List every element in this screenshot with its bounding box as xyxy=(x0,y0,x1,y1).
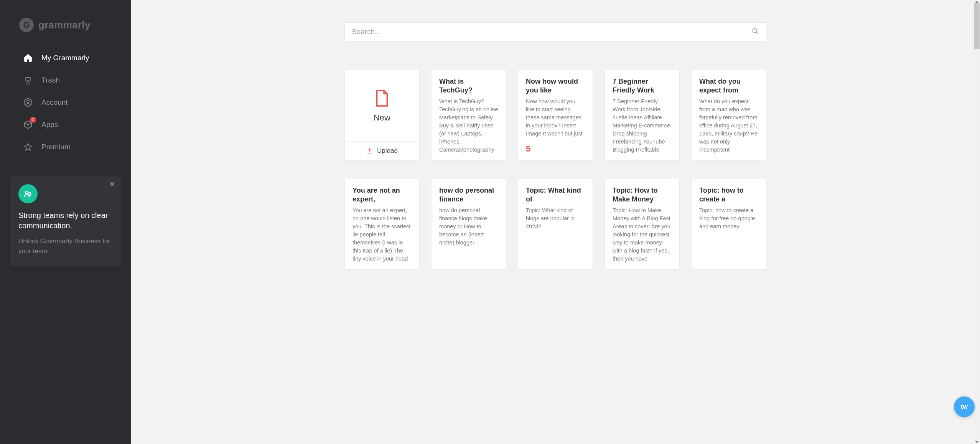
document-card[interactable]: Topic: What kind ofTopic: What kind of b… xyxy=(518,179,593,269)
sidebar-item-trash[interactable]: Trash xyxy=(0,70,131,91)
promo-card: ✕ Strong teams rely on clear communicati… xyxy=(10,176,121,266)
document-card[interactable]: Topic: How to Make MoneyTopic: How to Ma… xyxy=(604,179,680,269)
document-title: 7 Beginner Friedly Work xyxy=(613,77,672,94)
search-bar[interactable] xyxy=(344,22,766,41)
search-input[interactable] xyxy=(352,28,751,36)
document-footer: 5 xyxy=(526,144,585,154)
document-card[interactable]: Now how would you likeNow how would you … xyxy=(518,70,593,160)
main-area: New Upload What is TechGuy?What is TechG… xyxy=(131,0,980,444)
team-icon xyxy=(18,184,38,203)
sidebar-item-apps[interactable]: Apps 1 xyxy=(0,114,131,135)
star-icon xyxy=(23,142,33,152)
brand-logo[interactable]: G grammarly xyxy=(0,18,131,45)
brand-mark: G xyxy=(19,18,34,32)
sidebar-item-label: Apps xyxy=(41,120,58,129)
document-score: 5 xyxy=(526,144,530,154)
promo-subtitle: Unlock Grammarly Business for your team. xyxy=(18,236,112,256)
document-card[interactable]: Topic: how to create aTopic: how to crea… xyxy=(691,179,766,269)
document-card[interactable]: 7 Beginner Friedly Work7 Beginner Friedl… xyxy=(604,70,680,160)
document-title: Topic: how to create a xyxy=(699,186,758,203)
document-preview: how do personal finance blogs make money… xyxy=(439,206,498,263)
document-preview: Topic: how to create a blog for free on … xyxy=(699,206,758,263)
svg-point-3 xyxy=(29,192,31,195)
document-card[interactable]: how do personal financehow do personal f… xyxy=(431,179,506,269)
sidebar: G grammarly My Grammarly Trash xyxy=(0,0,131,444)
document-card[interactable]: What do you expect fromWhat do you expec… xyxy=(691,70,766,160)
document-card[interactable]: You are not an expert,You are not an exp… xyxy=(344,179,420,269)
trash-icon xyxy=(23,75,33,85)
scroll-down-icon[interactable] xyxy=(975,441,979,443)
document-title: how do personal finance xyxy=(439,186,498,203)
document-preview: Now how would you like to start seeing t… xyxy=(526,97,585,140)
document-title: Topic: What kind of xyxy=(526,186,585,203)
document-title: Topic: How to Make Money xyxy=(613,186,672,203)
document-title: You are not an expert, xyxy=(352,186,412,203)
sidebar-item-label: Premium xyxy=(41,143,71,151)
document-preview: What do you expect from a man who was fo… xyxy=(699,97,758,154)
document-preview: What is TechGuy? TechGuy.ng is an online… xyxy=(439,97,498,154)
file-icon xyxy=(374,89,390,107)
upload-button[interactable]: Upload xyxy=(345,141,419,160)
scroll-thumb[interactable] xyxy=(974,3,980,49)
search-icon[interactable] xyxy=(751,27,759,36)
inner-scrollbar-right[interactable] xyxy=(974,0,980,444)
new-document-button[interactable]: New xyxy=(374,70,390,141)
sidebar-item-account[interactable]: Account xyxy=(0,92,131,113)
user-icon xyxy=(23,97,33,107)
main-inner: New Upload What is TechGuy?What is TechG… xyxy=(344,0,766,269)
documents-grid: New Upload What is TechGuy?What is TechG… xyxy=(344,70,766,269)
chat-widget-button[interactable]: tw xyxy=(954,396,975,417)
document-title: What do you expect from xyxy=(699,77,758,94)
sidebar-item-premium[interactable]: Premium xyxy=(0,137,131,157)
sidebar-item-label: Account xyxy=(41,98,68,107)
document-preview: 7 Beginner Friedly Work from Job/side hu… xyxy=(613,97,672,154)
promo-title: Strong teams rely on clear communication… xyxy=(18,210,112,231)
svg-point-4 xyxy=(753,28,757,33)
home-icon xyxy=(23,53,33,63)
chat-widget-label: tw xyxy=(961,403,968,410)
upload-label: Upload xyxy=(377,147,398,155)
document-preview: Topic: What kind of blogs are popular in… xyxy=(526,206,585,263)
new-document-card: New Upload xyxy=(344,70,420,160)
sidebar-nav: My Grammarly Trash Account Apps 1 xyxy=(0,45,131,160)
apps-badge: 1 xyxy=(30,117,36,123)
app-root: G grammarly My Grammarly Trash xyxy=(0,0,980,444)
document-card[interactable]: What is TechGuy?What is TechGuy? TechGuy… xyxy=(431,70,506,160)
brand-glyph: G xyxy=(23,20,30,30)
document-preview: You are not an expert, no one would list… xyxy=(352,206,412,263)
sidebar-item-label: Trash xyxy=(41,76,60,84)
close-icon[interactable]: ✕ xyxy=(109,180,115,188)
brand-name: grammarly xyxy=(38,19,91,31)
upload-icon xyxy=(366,147,373,154)
sidebar-item-label: My Grammarly xyxy=(41,54,89,62)
svg-point-2 xyxy=(25,191,28,194)
document-preview: Topic: How to Make Money with A Blog Fas… xyxy=(613,206,672,263)
new-label: New xyxy=(374,113,390,123)
sidebar-item-my-grammarly[interactable]: My Grammarly xyxy=(0,48,131,68)
document-title: Now how would you like xyxy=(526,77,585,94)
scroll-track[interactable] xyxy=(974,3,980,441)
svg-point-1 xyxy=(27,100,29,102)
document-title: What is TechGuy? xyxy=(439,77,498,94)
